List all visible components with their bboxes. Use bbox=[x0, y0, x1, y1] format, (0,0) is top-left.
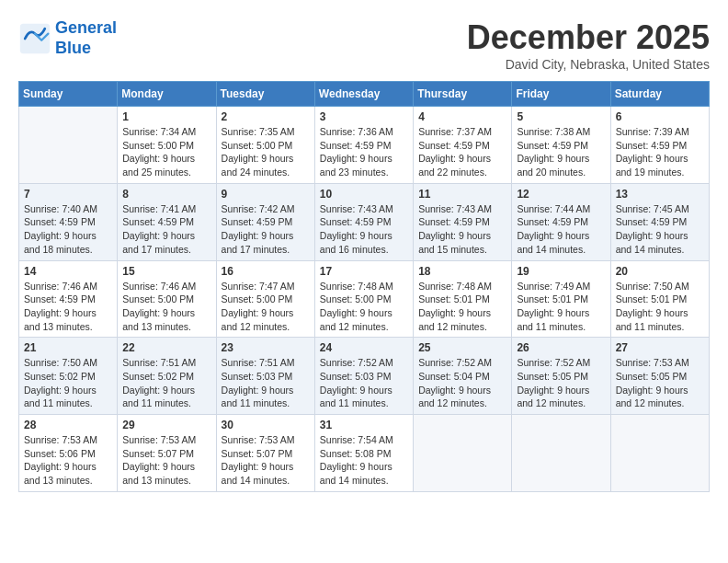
day-number: 28 bbox=[24, 419, 112, 431]
day-info: Sunrise: 7:41 AMSunset: 4:59 PMDaylight:… bbox=[122, 202, 210, 257]
weekday-header-tuesday: Tuesday bbox=[216, 82, 314, 107]
day-number: 4 bbox=[418, 110, 506, 123]
day-number: 6 bbox=[616, 110, 704, 123]
location: David City, Nebraska, United States bbox=[467, 57, 710, 72]
day-number: 3 bbox=[320, 110, 408, 123]
day-number: 12 bbox=[517, 188, 605, 201]
month-title: December 2025 bbox=[467, 18, 710, 57]
calendar-cell: 16Sunrise: 7:47 AMSunset: 5:00 PMDayligh… bbox=[216, 260, 314, 338]
calendar-cell: 30Sunrise: 7:53 AMSunset: 5:07 PMDayligh… bbox=[216, 415, 314, 492]
logo-line2: Blue bbox=[55, 39, 91, 57]
day-number: 24 bbox=[320, 341, 408, 354]
day-info: Sunrise: 7:51 AMSunset: 5:02 PMDaylight:… bbox=[122, 356, 210, 410]
calendar-cell: 12Sunrise: 7:44 AMSunset: 4:59 PMDayligh… bbox=[512, 183, 610, 260]
calendar-cell: 11Sunrise: 7:43 AMSunset: 4:59 PMDayligh… bbox=[414, 183, 512, 260]
calendar-cell bbox=[512, 415, 610, 492]
day-info: Sunrise: 7:35 AMSunset: 5:00 PMDaylight:… bbox=[222, 125, 310, 179]
day-info: Sunrise: 7:50 AMSunset: 5:01 PMDaylight:… bbox=[616, 280, 704, 334]
calendar-cell: 27Sunrise: 7:53 AMSunset: 5:05 PMDayligh… bbox=[610, 338, 709, 415]
calendar-cell: 25Sunrise: 7:52 AMSunset: 5:04 PMDayligh… bbox=[414, 338, 512, 415]
day-number: 17 bbox=[320, 265, 408, 278]
calendar-cell: 28Sunrise: 7:53 AMSunset: 5:06 PMDayligh… bbox=[19, 415, 118, 492]
day-info: Sunrise: 7:48 AMSunset: 5:00 PMDaylight:… bbox=[320, 280, 408, 334]
calendar-cell: 22Sunrise: 7:51 AMSunset: 5:02 PMDayligh… bbox=[118, 338, 216, 415]
calendar-week-row: 14Sunrise: 7:46 AMSunset: 4:59 PMDayligh… bbox=[19, 260, 710, 338]
day-info: Sunrise: 7:44 AMSunset: 4:59 PMDaylight:… bbox=[517, 202, 605, 257]
day-number: 9 bbox=[222, 188, 310, 201]
day-number: 21 bbox=[24, 341, 112, 354]
day-info: Sunrise: 7:53 AMSunset: 5:06 PMDaylight:… bbox=[24, 433, 112, 488]
day-number: 11 bbox=[418, 188, 506, 201]
calendar-cell: 29Sunrise: 7:53 AMSunset: 5:07 PMDayligh… bbox=[118, 415, 216, 492]
calendar-cell: 3Sunrise: 7:36 AMSunset: 4:59 PMDaylight… bbox=[314, 107, 413, 184]
calendar-cell: 19Sunrise: 7:49 AMSunset: 5:01 PMDayligh… bbox=[512, 260, 610, 338]
calendar-week-row: 28Sunrise: 7:53 AMSunset: 5:06 PMDayligh… bbox=[19, 415, 710, 492]
day-info: Sunrise: 7:34 AMSunset: 5:00 PMDaylight:… bbox=[122, 125, 210, 179]
day-info: Sunrise: 7:39 AMSunset: 4:59 PMDaylight:… bbox=[616, 125, 704, 179]
day-info: Sunrise: 7:43 AMSunset: 4:59 PMDaylight:… bbox=[320, 202, 408, 257]
day-number: 5 bbox=[517, 110, 605, 123]
calendar-header-row: SundayMondayTuesdayWednesdayThursdayFrid… bbox=[19, 82, 710, 107]
weekday-header-thursday: Thursday bbox=[414, 82, 512, 107]
title-block: December 2025 David City, Nebraska, Unit… bbox=[467, 18, 710, 72]
day-number: 23 bbox=[222, 341, 310, 354]
day-info: Sunrise: 7:53 AMSunset: 5:07 PMDaylight:… bbox=[122, 433, 210, 488]
weekday-header-wednesday: Wednesday bbox=[314, 82, 413, 107]
day-info: Sunrise: 7:51 AMSunset: 5:03 PMDaylight:… bbox=[222, 356, 310, 410]
logo-icon bbox=[18, 22, 51, 55]
calendar-cell: 15Sunrise: 7:46 AMSunset: 5:00 PMDayligh… bbox=[118, 260, 216, 338]
day-info: Sunrise: 7:53 AMSunset: 5:05 PMDaylight:… bbox=[616, 356, 704, 410]
day-info: Sunrise: 7:50 AMSunset: 5:02 PMDaylight:… bbox=[24, 356, 112, 410]
day-info: Sunrise: 7:42 AMSunset: 4:59 PMDaylight:… bbox=[222, 202, 310, 257]
day-number: 26 bbox=[517, 341, 605, 354]
day-info: Sunrise: 7:52 AMSunset: 5:03 PMDaylight:… bbox=[320, 356, 408, 410]
calendar-cell: 4Sunrise: 7:37 AMSunset: 4:59 PMDaylight… bbox=[414, 107, 512, 184]
weekday-header-sunday: Sunday bbox=[19, 82, 118, 107]
calendar-cell: 18Sunrise: 7:48 AMSunset: 5:01 PMDayligh… bbox=[414, 260, 512, 338]
calendar-cell: 17Sunrise: 7:48 AMSunset: 5:00 PMDayligh… bbox=[314, 260, 413, 338]
day-number: 22 bbox=[122, 341, 210, 354]
day-number: 7 bbox=[24, 188, 112, 201]
day-info: Sunrise: 7:52 AMSunset: 5:05 PMDaylight:… bbox=[517, 356, 605, 410]
day-number: 1 bbox=[122, 110, 210, 123]
calendar-week-row: 1Sunrise: 7:34 AMSunset: 5:00 PMDaylight… bbox=[19, 107, 710, 184]
calendar-cell: 9Sunrise: 7:42 AMSunset: 4:59 PMDaylight… bbox=[216, 183, 314, 260]
day-info: Sunrise: 7:48 AMSunset: 5:01 PMDaylight:… bbox=[418, 280, 506, 334]
calendar-cell: 1Sunrise: 7:34 AMSunset: 5:00 PMDaylight… bbox=[118, 107, 216, 184]
calendar-table: SundayMondayTuesdayWednesdayThursdayFrid… bbox=[18, 81, 710, 492]
day-number: 15 bbox=[122, 265, 210, 278]
calendar-cell: 23Sunrise: 7:51 AMSunset: 5:03 PMDayligh… bbox=[216, 338, 314, 415]
calendar-cell: 14Sunrise: 7:46 AMSunset: 4:59 PMDayligh… bbox=[19, 260, 118, 338]
day-info: Sunrise: 7:36 AMSunset: 4:59 PMDaylight:… bbox=[320, 125, 408, 179]
calendar-week-row: 21Sunrise: 7:50 AMSunset: 5:02 PMDayligh… bbox=[19, 338, 710, 415]
day-info: Sunrise: 7:47 AMSunset: 5:00 PMDaylight:… bbox=[222, 280, 310, 334]
day-number: 14 bbox=[24, 265, 112, 278]
calendar-cell bbox=[19, 107, 118, 184]
calendar-cell: 8Sunrise: 7:41 AMSunset: 4:59 PMDaylight… bbox=[118, 183, 216, 260]
day-info: Sunrise: 7:49 AMSunset: 5:01 PMDaylight:… bbox=[517, 280, 605, 334]
page-header: General Blue December 2025 David City, N… bbox=[18, 18, 710, 72]
weekday-header-friday: Friday bbox=[512, 82, 610, 107]
weekday-header-saturday: Saturday bbox=[610, 82, 709, 107]
calendar-cell: 24Sunrise: 7:52 AMSunset: 5:03 PMDayligh… bbox=[314, 338, 413, 415]
day-number: 25 bbox=[418, 341, 506, 354]
day-number: 16 bbox=[222, 265, 310, 278]
day-info: Sunrise: 7:53 AMSunset: 5:07 PMDaylight:… bbox=[222, 433, 310, 488]
weekday-header-monday: Monday bbox=[118, 82, 216, 107]
day-number: 20 bbox=[616, 265, 704, 278]
logo: General Blue bbox=[18, 18, 117, 58]
day-number: 30 bbox=[222, 419, 310, 431]
day-info: Sunrise: 7:46 AMSunset: 4:59 PMDaylight:… bbox=[24, 280, 112, 334]
day-number: 13 bbox=[616, 188, 704, 201]
calendar-cell: 6Sunrise: 7:39 AMSunset: 4:59 PMDaylight… bbox=[610, 107, 709, 184]
day-info: Sunrise: 7:54 AMSunset: 5:08 PMDaylight:… bbox=[320, 433, 408, 488]
day-number: 29 bbox=[122, 419, 210, 431]
day-number: 10 bbox=[320, 188, 408, 201]
calendar-cell: 26Sunrise: 7:52 AMSunset: 5:05 PMDayligh… bbox=[512, 338, 610, 415]
calendar-cell: 10Sunrise: 7:43 AMSunset: 4:59 PMDayligh… bbox=[314, 183, 413, 260]
calendar-cell bbox=[414, 415, 512, 492]
day-number: 18 bbox=[418, 265, 506, 278]
day-number: 19 bbox=[517, 265, 605, 278]
calendar-week-row: 7Sunrise: 7:40 AMSunset: 4:59 PMDaylight… bbox=[19, 183, 710, 260]
logo-line1: General bbox=[55, 18, 117, 37]
